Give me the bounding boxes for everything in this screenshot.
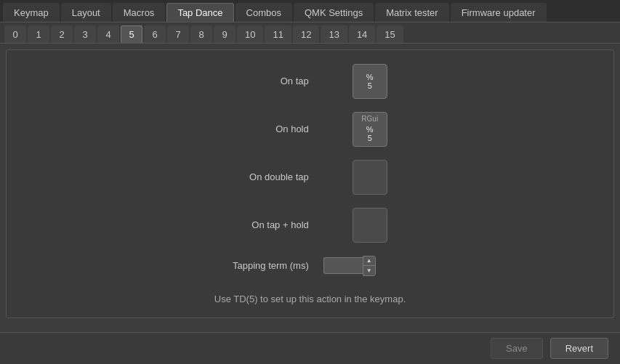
- spin-arrows: ▲ ▼: [363, 256, 376, 276]
- tapping-term-field[interactable]: 150: [323, 257, 363, 274]
- on-double-tap-label: On double tap: [214, 171, 309, 182]
- num-tab-9[interactable]: 9: [214, 25, 235, 43]
- num-tab-2[interactable]: 2: [51, 25, 73, 43]
- on-tap-label: On tap: [214, 76, 309, 86]
- num-tab-0[interactable]: 0: [4, 25, 26, 43]
- num-tab-1[interactable]: 1: [28, 25, 49, 43]
- num-tab-7[interactable]: 7: [167, 25, 189, 43]
- num-tab-14[interactable]: 14: [349, 25, 375, 43]
- on-tap-hold-key[interactable]: [353, 208, 387, 243]
- save-button[interactable]: Save: [491, 338, 543, 359]
- tab-matrix-tester[interactable]: Matrix tester: [375, 3, 449, 22]
- on-hold-label: On hold: [214, 124, 309, 134]
- num-tab-13[interactable]: 13: [321, 25, 347, 43]
- num-tab-3[interactable]: 3: [74, 25, 96, 43]
- tab-firmware-updater[interactable]: Firmware updater: [451, 3, 547, 22]
- num-tab-12[interactable]: 12: [293, 25, 319, 43]
- main-content: On tap % 5 On hold RGui % 5 On double ta…: [6, 49, 614, 318]
- tab-qmk-settings[interactable]: QMK Settings: [294, 3, 374, 22]
- on-tap-key-line2: 5: [368, 81, 372, 90]
- on-double-tap-row: On double tap: [214, 160, 387, 195]
- spin-down-button[interactable]: ▼: [363, 266, 375, 275]
- num-tab-4[interactable]: 4: [97, 25, 119, 43]
- on-hold-key[interactable]: RGui % 5: [353, 112, 387, 147]
- tapping-term-input[interactable]: 150 ▲ ▼: [323, 256, 376, 276]
- on-tap-key[interactable]: % 5: [353, 64, 387, 99]
- spin-up-button[interactable]: ▲: [363, 256, 375, 266]
- tab-keymap[interactable]: Keymap: [3, 3, 60, 22]
- on-hold-key-line2: 5: [368, 134, 372, 142]
- form-area: On tap % 5 On hold RGui % 5 On double ta…: [214, 64, 406, 304]
- on-hold-key-top: RGui: [361, 115, 378, 123]
- tapping-term-row: Tapping term (ms) 150 ▲ ▼: [214, 256, 376, 276]
- on-tap-key-line1: %: [366, 73, 374, 81]
- num-tab-5[interactable]: 5: [121, 25, 142, 43]
- num-tab-10[interactable]: 10: [237, 25, 263, 43]
- tapping-term-label: Tapping term (ms): [214, 260, 309, 271]
- num-tab-11[interactable]: 11: [265, 25, 291, 43]
- tab-macros[interactable]: Macros: [113, 3, 166, 22]
- on-tap-hold-label: On tap + hold: [214, 219, 309, 230]
- on-hold-key-line1: %: [366, 125, 374, 134]
- on-tap-hold-row: On tap + hold: [214, 208, 387, 243]
- num-tab-15[interactable]: 15: [377, 25, 403, 43]
- tab-layout[interactable]: Layout: [61, 3, 111, 22]
- num-tab-8[interactable]: 8: [190, 25, 212, 43]
- tab-tap-dance[interactable]: Tap Dance: [166, 3, 233, 22]
- on-hold-row: On hold RGui % 5: [214, 112, 387, 147]
- info-text: Use TD(5) to set up this action in the k…: [214, 294, 406, 304]
- on-double-tap-key[interactable]: [353, 160, 387, 195]
- tab-combos[interactable]: Combos: [235, 3, 292, 22]
- on-tap-row: On tap % 5: [214, 64, 387, 99]
- revert-button[interactable]: Revert: [550, 338, 608, 359]
- footer: Save Revert: [0, 332, 620, 364]
- nav-tabs: Keymap Layout Macros Tap Dance Combos QM…: [0, 0, 620, 23]
- num-tab-6[interactable]: 6: [144, 25, 166, 43]
- num-tabs: 0 1 2 3 4 5 6 7 8 9 10 11 12 13 14 15: [0, 23, 620, 44]
